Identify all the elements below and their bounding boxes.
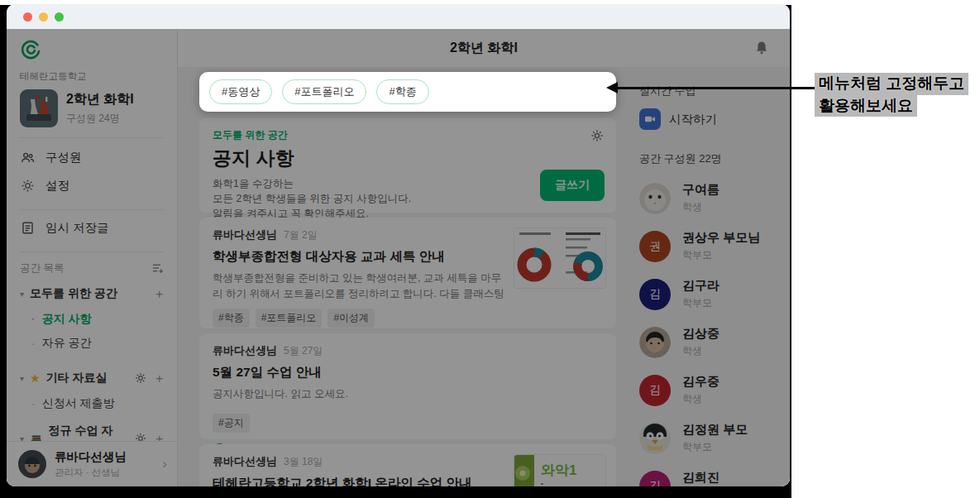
space-item-label: 신청서 제출방: [42, 396, 115, 411]
member-name: 김희진: [682, 470, 719, 486]
hashtag-chip[interactable]: #포트폴리오: [282, 79, 366, 104]
post-author: 류바다선생님: [213, 454, 277, 469]
post-body: 공지사항입니다. 읽고 오세요.: [213, 386, 510, 402]
member-row[interactable]: 김 김구라 학부모: [639, 278, 790, 310]
sidebar-item-label: 설정: [45, 178, 69, 194]
letter-avatar: 김: [639, 279, 671, 310]
sidebar-item-notice-space[interactable]: · 공지 사항: [7, 307, 177, 331]
sidebar-item-drafts[interactable]: 임시 저장글: [7, 213, 177, 242]
add-list-icon[interactable]: [151, 261, 165, 275]
member-row[interactable]: 권 권상우 부모님 학부모: [639, 230, 790, 262]
member-name: 김우중: [682, 374, 719, 390]
space-group-badge: 모두를 위한 공간: [213, 128, 603, 142]
annotation-text: 메뉴처럼 고정해두고 활용해보세요: [815, 73, 968, 117]
member-row[interactable]: 김상중 학생: [639, 326, 790, 358]
add-space-icon[interactable]: ＋: [153, 286, 165, 302]
post-tag[interactable]: #공지: [213, 414, 250, 433]
man-photo-avatar: [639, 327, 671, 358]
chevron-down-icon[interactable]: ▾: [20, 374, 24, 383]
space-group-label: 기타 자료실: [46, 371, 108, 385]
class-name: 2학년 화학I: [66, 91, 134, 108]
member-row[interactable]: 김정원 부모 학부모: [639, 422, 790, 454]
space-settings-gear-icon[interactable]: [590, 128, 605, 143]
charts-image: [514, 228, 605, 288]
feed-column: #동영상 #포트폴리오 #학종 모두를 위한 공간 공지 사항 화학1을 수강하…: [178, 67, 624, 486]
divider: [20, 209, 164, 210]
post-card[interactable]: 류바다선생님 7월 2일 학생부종합전형 대상자용 교과 세특 안내 학생부종합…: [199, 218, 616, 328]
app-window: 테헤란고등학교 2학년 화학I 구성원 24명 구성원: [7, 4, 790, 486]
write-post-button[interactable]: 글쓰기: [540, 170, 605, 201]
post-card[interactable]: 류바다선생님 5월 27일 5월 27일 수업 안내 공지사항입니다. 읽고 오…: [199, 333, 616, 439]
people-icon: [20, 150, 36, 165]
pinned-hashtag-bar: #동영상 #포트폴리오 #학종: [199, 72, 616, 112]
post-tag[interactable]: #이성계: [327, 309, 375, 328]
post-title: 5월 27일 수업 안내: [213, 364, 603, 381]
chevron-down-icon[interactable]: ▾: [20, 290, 24, 299]
space-group-misc[interactable]: ▾ ★ 기타 자료실 ＋: [7, 365, 177, 391]
start-live-class-button[interactable]: 시작하기: [639, 108, 790, 130]
member-name: 권상우 부모님: [682, 230, 760, 246]
member-role: 학생: [682, 392, 719, 406]
sidebar-item-form-room[interactable]: · 신청서 제출방: [7, 391, 177, 415]
member-row[interactable]: 김 김희진 학생: [639, 470, 790, 486]
avatar: [639, 327, 671, 358]
class-summary[interactable]: 2학년 화학I 구성원 24명: [20, 89, 165, 127]
member-role: 학부모: [682, 296, 719, 310]
sidebar-item-members[interactable]: 구성원: [7, 143, 177, 171]
member-name: 김상중: [682, 326, 719, 342]
star-icon: ★: [30, 371, 41, 385]
space-settings-icon[interactable]: [134, 371, 147, 385]
zoom-window-button[interactable]: [55, 12, 64, 22]
sidebar-item-label: 구성원: [45, 150, 82, 165]
post-tag[interactable]: #학종: [213, 309, 250, 328]
member-role: 학부모: [682, 248, 760, 262]
letter-avatar: 김: [639, 471, 671, 487]
space-list-label: 공간 목록: [20, 261, 64, 275]
sidebar-item-label: 임시 저장글: [45, 220, 109, 236]
annotation-arrowhead: [606, 82, 618, 93]
classting-logo-icon[interactable]: [20, 39, 41, 60]
class-thumbnail: [20, 89, 58, 127]
avatar: [18, 450, 46, 478]
window-titlebar: [7, 4, 790, 29]
hashtag-chip[interactable]: #학종: [376, 79, 428, 104]
space-members-label: 공간 구성원 22명: [639, 151, 790, 166]
add-space-icon[interactable]: ＋: [153, 371, 165, 386]
bell-icon[interactable]: [753, 40, 770, 56]
annotation-arrow-line: [617, 87, 820, 89]
member-name: 구여름: [682, 182, 719, 198]
letter-avatar: 권: [639, 231, 671, 262]
post-date: 7월 2일: [284, 228, 318, 242]
sidebar-item-settings[interactable]: 설정: [7, 171, 177, 199]
sidebar-item-free-space[interactable]: · 자유 공간: [7, 331, 177, 355]
post-author: 류바다선생님: [213, 227, 277, 242]
bullet-icon: ·: [31, 397, 36, 410]
gear-icon: [20, 178, 36, 194]
bullet-icon: ·: [31, 337, 36, 350]
member-role: 학생: [682, 344, 719, 358]
kiwi-image: 와악1: [514, 455, 605, 486]
minimize-window-button[interactable]: [39, 12, 48, 22]
video-camera-icon: [639, 108, 661, 130]
close-window-button[interactable]: [23, 12, 32, 22]
penguin-photo-avatar: [639, 423, 671, 454]
member-row[interactable]: 김 김우중 학생: [639, 374, 790, 406]
hashtag-chip[interactable]: #동영상: [209, 79, 272, 104]
member-row[interactable]: 구여름 학생: [639, 182, 790, 214]
page-title: 2학년 화학I: [450, 40, 518, 57]
space-group-everyone[interactable]: ▾ 모두를 위한 공간 ＋: [7, 280, 177, 307]
space-header-card: 모두를 위한 공간 공지 사항 화학1을 수강하는 모든 2학년 학생들을 위한…: [199, 118, 616, 213]
post-date: 5월 27일: [284, 344, 323, 358]
school-name: 테헤란고등학교: [20, 70, 165, 83]
profile-bar[interactable]: 류바다선생님 관리자 · 선생님 ›: [7, 441, 177, 486]
space-title: 공지 사항: [213, 146, 603, 171]
post-tag[interactable]: #포트폴리오: [256, 309, 323, 328]
post-card[interactable]: 류바다선생님 3월 18일 테헤란고등학교 2학년 화학I 온라인 수업 안내 …: [199, 444, 616, 486]
post-author: 류바다선생님: [213, 343, 277, 358]
svg-text:와악1: 와악1: [541, 462, 576, 478]
sidebar: 테헤란고등학교 2학년 화학I 구성원 24명 구성원: [7, 29, 178, 486]
chevron-right-icon[interactable]: ›: [162, 456, 167, 472]
divider: [20, 251, 164, 252]
start-label: 시작하기: [669, 112, 717, 127]
class-member-count: 구성원 24명: [66, 112, 134, 126]
